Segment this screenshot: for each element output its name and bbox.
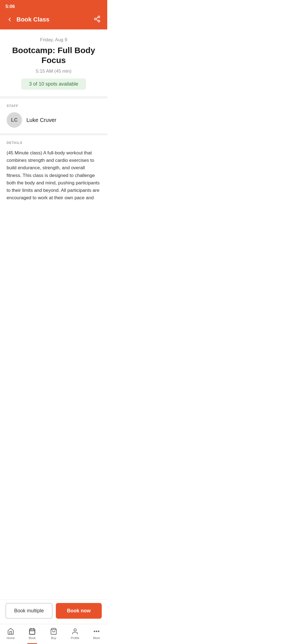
spots-badge: 3 of 10 spots available <box>21 78 86 90</box>
back-button[interactable] <box>6 15 14 24</box>
staff-avatar: LC <box>7 112 22 128</box>
class-info-section: Friday, Aug 9 Bootcamp: Full Body Focus … <box>0 29 107 99</box>
details-text: (45 Minute class) A full-body workout th… <box>7 149 101 201</box>
class-date: Friday, Aug 9 <box>7 37 101 43</box>
header: Book Class <box>0 12 107 29</box>
svg-line-3 <box>96 20 98 21</box>
status-time: 5:06 <box>6 4 15 9</box>
header-title: Book Class <box>16 16 50 23</box>
main-content: Friday, Aug 9 Bootcamp: Full Body Focus … <box>0 29 107 236</box>
staff-section: STAFF LC Luke Cruver <box>0 99 107 135</box>
details-label: DETAILS <box>7 141 101 145</box>
class-name: Bootcamp: Full Body Focus <box>7 45 101 65</box>
header-left: Book Class <box>6 15 50 24</box>
details-section: DETAILS (45 Minute class) A full-body wo… <box>0 135 107 208</box>
staff-label: STAFF <box>7 104 101 108</box>
class-time: 5:15 AM (45 min) <box>7 69 101 74</box>
share-button[interactable] <box>92 14 102 24</box>
staff-name: Luke Cruver <box>26 117 56 123</box>
status-bar: 5:06 <box>0 0 107 12</box>
svg-line-4 <box>96 17 98 18</box>
staff-row: LC Luke Cruver <box>7 112 101 128</box>
